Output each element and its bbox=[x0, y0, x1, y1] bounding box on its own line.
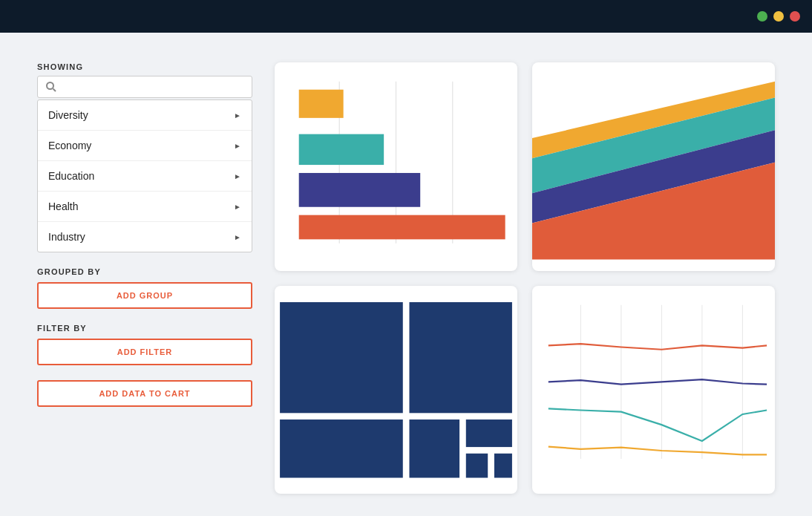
category-label: Industry bbox=[48, 231, 85, 243]
search-box[interactable] bbox=[37, 76, 252, 98]
treemap-chart bbox=[275, 286, 517, 494]
search-icon bbox=[45, 81, 57, 93]
charts-area bbox=[275, 62, 775, 494]
showing-section: SHOWING Diversity ► Economy ► Edu bbox=[37, 62, 252, 252]
grouped-by-section: GROUPED BY ADD GROUP bbox=[37, 267, 252, 309]
svg-rect-13 bbox=[278, 301, 404, 414]
line-chart bbox=[532, 286, 775, 494]
svg-rect-14 bbox=[408, 301, 514, 414]
chevron-right-icon: ► bbox=[234, 142, 241, 150]
svg-point-0 bbox=[47, 82, 53, 89]
bar-chart bbox=[275, 62, 517, 271]
cart-section: ADD DATA TO CART bbox=[37, 380, 252, 407]
filter-by-section: FILTER BY ADD FILTER bbox=[37, 324, 252, 365]
category-label: Education bbox=[48, 170, 94, 182]
svg-rect-15 bbox=[278, 418, 404, 479]
line-chart-card bbox=[532, 286, 775, 494]
category-label: Economy bbox=[48, 140, 91, 151]
filter-by-label: FILTER BY bbox=[37, 324, 252, 333]
treemap-card bbox=[275, 286, 517, 494]
svg-rect-5 bbox=[299, 90, 344, 118]
grouped-by-label: GROUPED BY bbox=[37, 267, 252, 276]
category-item-health[interactable]: Health ► bbox=[38, 192, 252, 222]
category-list: Diversity ► Economy ► Education ► Health… bbox=[37, 99, 252, 252]
svg-line-1 bbox=[53, 89, 56, 92]
bar-chart-card bbox=[275, 62, 517, 271]
chevron-right-icon: ► bbox=[234, 203, 241, 211]
category-item-diversity[interactable]: Diversity ► bbox=[38, 100, 252, 131]
add-to-cart-button[interactable]: ADD DATA TO CART bbox=[37, 380, 252, 407]
chevron-right-icon: ► bbox=[234, 233, 241, 241]
svg-rect-17 bbox=[465, 418, 513, 448]
svg-rect-16 bbox=[408, 418, 461, 479]
titlebar bbox=[0, 0, 812, 33]
chevron-right-icon: ► bbox=[234, 172, 241, 180]
search-input[interactable] bbox=[62, 82, 244, 93]
chevron-right-icon: ► bbox=[234, 111, 241, 120]
category-label: Health bbox=[48, 200, 78, 212]
svg-rect-18 bbox=[465, 452, 489, 479]
showing-label: SHOWING bbox=[37, 62, 252, 71]
main-content: SHOWING Diversity ► Economy ► Edu bbox=[0, 33, 812, 516]
red-traffic-light[interactable] bbox=[790, 11, 800, 22]
area-chart bbox=[532, 62, 775, 271]
add-group-button[interactable]: ADD GROUP bbox=[37, 282, 252, 309]
svg-rect-8 bbox=[299, 215, 505, 240]
svg-rect-7 bbox=[299, 173, 421, 207]
svg-rect-19 bbox=[493, 452, 513, 479]
area-chart-card bbox=[532, 62, 775, 271]
traffic-lights bbox=[757, 11, 800, 22]
yellow-traffic-light[interactable] bbox=[773, 11, 784, 22]
add-filter-button[interactable]: ADD FILTER bbox=[37, 339, 252, 365]
green-traffic-light[interactable] bbox=[757, 11, 767, 22]
category-item-economy[interactable]: Economy ► bbox=[38, 131, 252, 161]
category-item-education[interactable]: Education ► bbox=[38, 161, 252, 192]
svg-rect-6 bbox=[299, 134, 384, 165]
category-label: Diversity bbox=[48, 109, 88, 121]
category-item-industry[interactable]: Industry ► bbox=[38, 222, 252, 252]
sidebar: SHOWING Diversity ► Economy ► Edu bbox=[37, 62, 252, 494]
